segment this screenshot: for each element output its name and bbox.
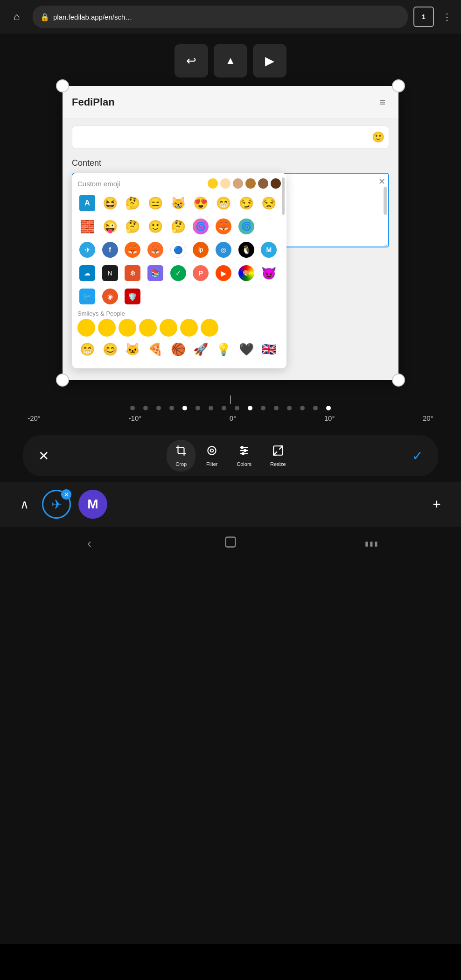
emoji-picker-popup: Custom emoji A 😆 � — [72, 173, 286, 368]
skin-tone-2[interactable] — [220, 178, 230, 189]
emoji-pizza[interactable]: 🍕 — [146, 339, 165, 359]
emoji-normalize[interactable]: N — [100, 263, 120, 283]
emoji-rocket[interactable]: 🚀 — [191, 339, 210, 359]
emoji-trollface[interactable]: 😈 — [259, 263, 279, 283]
corner-handle-bl[interactable] — [56, 374, 69, 387]
send-toolbar-button[interactable]: ▶ — [253, 44, 286, 78]
emoji-ubuntu[interactable]: ◉ — [100, 287, 120, 306]
search-input[interactable] — [72, 126, 389, 149]
tab-count-button[interactable]: 1 — [413, 7, 434, 27]
emoji-arch-linux[interactable]: A — [77, 193, 97, 213]
recent-icon: ▮▮▮ — [365, 540, 379, 547]
search-row: 🙂 — [63, 119, 398, 155]
emoji-nextcloud[interactable]: ☁ — [77, 263, 97, 283]
ruler-dot-14 — [300, 406, 305, 410]
emoji-linux[interactable]: 🐧 — [237, 240, 256, 260]
fedilab-app-icon[interactable]: ✈ ✕ — [42, 490, 71, 519]
nav-recent-button[interactable]: ▮▮▮ — [360, 531, 384, 556]
emoji-unamused[interactable]: 😒 — [259, 193, 279, 213]
mastodon-app-icon[interactable]: M — [78, 490, 107, 519]
emoji-thinking2[interactable]: 🤔 — [123, 217, 142, 236]
filter-tool-button[interactable]: Filter — [197, 440, 226, 472]
emoji-black-heart[interactable]: 🖤 — [237, 339, 256, 359]
smiley-placeholder-2 — [98, 319, 116, 337]
dock-up-button[interactable]: ∧ — [14, 494, 35, 515]
smiley-placeholder-1 — [77, 319, 95, 337]
smiley-placeholder-6 — [180, 319, 198, 337]
emoji-picker-button[interactable]: 🙂 — [372, 131, 384, 143]
browser-menu-button[interactable]: ⋮ — [440, 11, 454, 22]
svg-point-6 — [244, 450, 246, 451]
corner-handle-tl[interactable] — [56, 79, 69, 92]
edit-toolbar: ✕ Crop Filter — [23, 435, 438, 476]
ruler-dot-6 — [196, 406, 200, 410]
resize-tool-button[interactable]: Resize — [262, 440, 294, 472]
emoji-telegram[interactable]: ✈ — [77, 240, 97, 260]
skin-tone-5[interactable] — [258, 178, 268, 189]
browser-home-button[interactable]: ⌂ — [7, 7, 27, 27]
url-bar[interactable]: 🔒 plan.fedilab.app/en/sch… — [33, 6, 408, 28]
emoji-snowflake[interactable]: ❄ — [123, 263, 142, 283]
dock-add-button[interactable]: + — [426, 494, 447, 515]
emoji-books[interactable]: 📚 — [146, 263, 165, 283]
skin-tone-4[interactable] — [245, 178, 256, 189]
edit-confirm-button[interactable]: ✓ — [406, 444, 429, 467]
emoji-greencheck[interactable]: ✓ — [168, 263, 188, 283]
up-icon: ∧ — [20, 497, 29, 512]
emoji-neocat[interactable]: 😸 — [168, 193, 188, 213]
emoji-brick[interactable]: 🧱 — [77, 217, 97, 236]
emoji-bulb[interactable]: 💡 — [214, 339, 233, 359]
emoji-shield[interactable]: 🛡️ — [123, 287, 142, 306]
app-close-badge[interactable]: ✕ — [61, 489, 71, 500]
emoji-play[interactable]: ▶ — [214, 263, 233, 283]
corner-handle-br[interactable] — [392, 374, 405, 387]
skin-tone-3[interactable] — [233, 178, 243, 189]
emoji-smile[interactable]: 😊 — [100, 339, 120, 359]
emoji-firefox[interactable]: 🦊 — [214, 217, 233, 236]
emoji-thinking3[interactable]: 🤔 — [168, 217, 188, 236]
nav-home-button[interactable] — [218, 531, 243, 556]
emoji-fedora[interactable]: f — [100, 240, 120, 260]
emoji-firefox2[interactable]: 🦊 — [123, 240, 142, 260]
emoji-stuck-out-tongue[interactable]: 😜 — [100, 217, 120, 236]
emoji-blobcat[interactable]: 🌀 — [191, 217, 210, 236]
emoji-google[interactable]: 🔵 — [168, 240, 188, 260]
crop-tool-button[interactable]: Crop — [167, 440, 196, 472]
mastodon-icon: M — [87, 497, 98, 512]
emoji-lp[interactable]: lp — [191, 240, 210, 260]
emoji-cat-face[interactable]: 🐱 — [123, 339, 142, 359]
content-input-area: ✕ Custom emoji — [72, 173, 389, 249]
emoji-expressionless[interactable]: 😑 — [146, 193, 165, 213]
content-close-button[interactable]: ✕ — [378, 176, 385, 187]
resize-icon — [272, 444, 284, 459]
ruler-dot-4 — [169, 406, 174, 410]
skin-tone-6[interactable] — [271, 178, 281, 189]
emoji-gitlab[interactable]: 🦊 — [146, 240, 165, 260]
hamburger-menu-button[interactable]: ≡ — [376, 94, 389, 110]
emoji-patreon[interactable]: P — [191, 263, 210, 283]
smiley-placeholder-7 — [201, 319, 218, 337]
emoji-twitter[interactable]: 🐦 — [77, 287, 97, 306]
emoji-wink[interactable]: 😏 — [237, 193, 256, 213]
emoji-custom8[interactable]: 🌀 — [237, 217, 256, 236]
emoji-mastodon-green[interactable]: ◎ — [214, 240, 233, 260]
ruler-dots — [130, 406, 331, 410]
edit-cancel-button[interactable]: ✕ — [32, 444, 55, 467]
emoji-slightly-smiling[interactable]: 🙂 — [146, 217, 165, 236]
emoji-basketball[interactable]: 🏀 — [168, 339, 188, 359]
emoji-grinning[interactable]: 😆 — [100, 193, 120, 213]
upload-button[interactable]: ▲ — [214, 44, 247, 78]
emoji-uk-flag[interactable]: 🇬🇧 — [259, 339, 279, 359]
nav-back-button[interactable]: ‹ — [77, 531, 101, 556]
emoji-thinking[interactable]: 🤔 — [123, 193, 142, 213]
emoji-heart-eyes[interactable]: 😍 — [191, 193, 210, 213]
corner-handle-tr[interactable] — [392, 79, 405, 92]
colors-tool-button[interactable]: Colors — [228, 440, 260, 472]
svg-rect-11 — [225, 537, 235, 547]
emoji-big-smile[interactable]: 😁 — [214, 193, 233, 213]
skin-tone-1[interactable] — [208, 178, 218, 189]
undo-button[interactable]: ↩ — [175, 44, 208, 78]
emoji-grin[interactable]: 😁 — [77, 339, 97, 359]
emoji-pinwheel[interactable]: 🎨 — [237, 263, 256, 283]
emoji-launchpad[interactable]: M — [259, 240, 279, 260]
